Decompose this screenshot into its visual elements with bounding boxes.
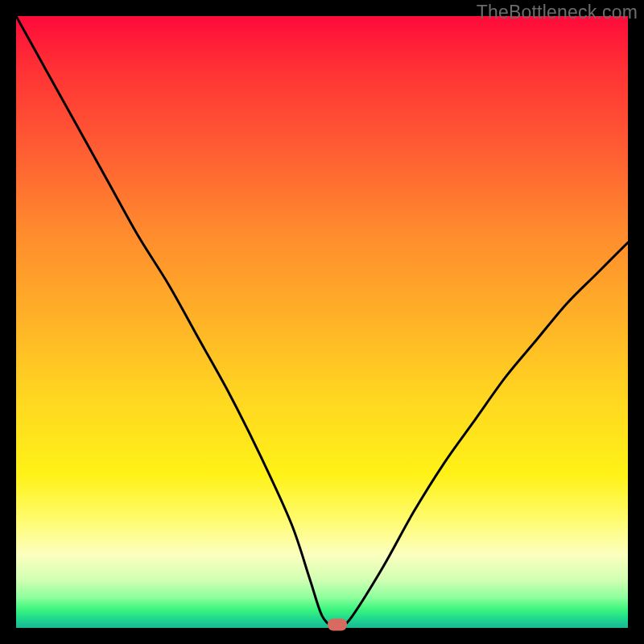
- watermark-text: TheBottleneck.com: [477, 2, 638, 23]
- plot-area: [16, 16, 628, 628]
- bottleneck-marker: [328, 619, 347, 631]
- bottleneck-curve: [16, 16, 628, 628]
